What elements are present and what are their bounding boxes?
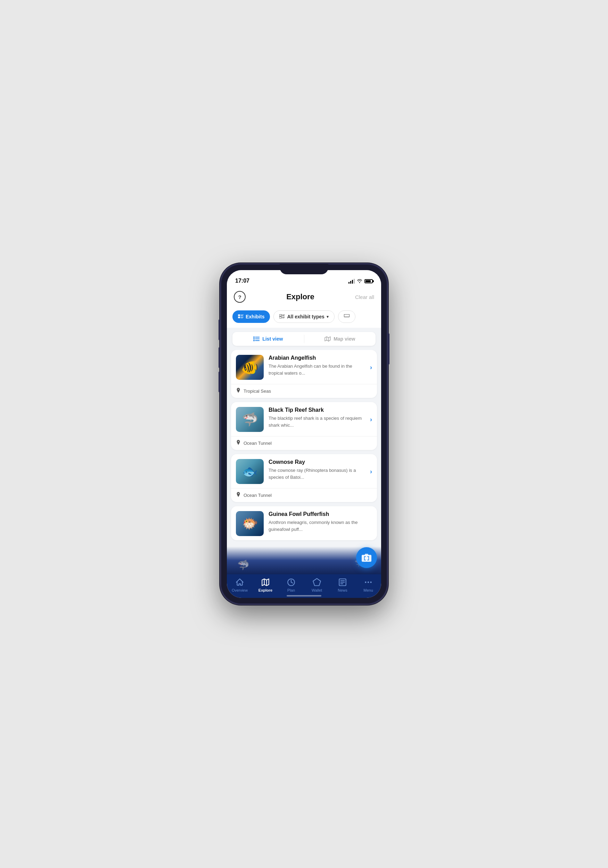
svg-rect-3 [238,316,240,318]
nav-label-wallet: Wallet [312,588,322,592]
card-main: Cownose Ray The cownose ray (Rhinoptera … [231,454,377,488]
bottom-nav: Overview Explore Plan [227,574,381,598]
svg-rect-5 [241,318,243,318]
app-header: ? Explore Clear all [227,287,381,308]
card-arrow-icon: › [370,364,372,371]
exhibits-chip-icon [238,314,244,319]
nav-item-overview[interactable]: Overview [227,578,253,592]
card-footer: Ocean Tunnel [231,436,377,450]
exhibit-location: Tropical Seas [244,389,271,394]
phone-frame: 17:07 [221,264,387,604]
svg-rect-34 [368,558,369,560]
svg-rect-26 [362,556,364,557]
filter-chip-exhibit-types[interactable]: All exhibit types ▾ [274,310,334,323]
nav-label-news: News [338,588,347,592]
list-view-label: List view [262,336,283,342]
card-footer: Tropical Seas [231,384,377,398]
nav-item-plan[interactable]: Plan [278,578,304,592]
svg-rect-19 [253,340,255,341]
location-pin-icon [236,388,241,394]
menu-dots-icon [364,578,373,587]
svg-rect-25 [365,554,368,555]
filter-chip-exhibits[interactable]: Exhibits [232,310,270,323]
page-title: Explore [286,292,314,301]
svg-rect-6 [279,314,281,316]
other-chip-icon [344,314,350,319]
content-area: Arabian Angelfish The Arabian Angelfish … [227,350,381,574]
card-main: Guinea Fowl Pufferfish Arothron meleagri… [231,506,377,540]
card-main: Black Tip Reef Shark The blacktip reef s… [231,402,377,436]
svg-rect-1 [241,315,244,315]
exhibit-description: Arothron meleagris, commonly known as th… [269,519,372,533]
svg-point-45 [370,581,372,583]
nav-item-explore[interactable]: Explore [253,578,278,592]
exhibit-description: The Arabian Angelfish can be found in th… [269,363,364,377]
exhibit-location: Ocean Tunnel [244,493,272,498]
location-pin-icon [236,492,241,499]
svg-rect-12 [344,314,349,317]
guinea-fowl-pufferfish-image [236,511,264,536]
exhibit-card-arabian-angelfish[interactable]: Arabian Angelfish The Arabian Angelfish … [231,350,377,398]
exhibits-chip-label: Exhibits [246,314,264,319]
dropdown-arrow-icon: ▾ [327,315,329,319]
svg-rect-9 [279,316,281,318]
nav-item-menu[interactable]: Menu [355,578,381,592]
notch [280,264,328,274]
phone-wrapper: 17:07 [214,252,394,616]
nav-label-overview: Overview [232,588,248,592]
card-main: Arabian Angelfish The Arabian Angelfish … [231,350,377,384]
camera-fab-button[interactable] [356,547,377,568]
svg-rect-2 [241,315,243,316]
clear-all-button[interactable]: Clear all [355,294,374,300]
map-view-label: Map view [334,336,355,342]
news-icon [338,578,347,587]
svg-rect-7 [282,315,285,315]
exhibit-name: Cownose Ray [269,459,364,465]
explore-map-icon [261,578,270,587]
nav-item-wallet[interactable]: Wallet [304,578,330,592]
exhibit-card-black-tip-reef-shark[interactable]: Black Tip Reef Shark The blacktip reef s… [231,402,377,450]
nav-label-plan: Plan [287,588,295,592]
card-info: Guinea Fowl Pufferfish Arothron meleagri… [269,511,372,533]
exhibit-types-icon [279,314,285,319]
svg-rect-13 [344,314,349,317]
exhibit-card-cownose-ray[interactable]: Cownose Ray The cownose ray (Rhinoptera … [231,454,377,502]
map-view-button[interactable]: Map view [304,332,376,346]
nav-label-explore: Explore [258,588,272,592]
exhibit-name: Black Tip Reef Shark [269,407,364,413]
svg-rect-28 [364,556,365,558]
location-pin-icon [236,440,241,446]
card-info: Cownose Ray The cownose ray (Rhinoptera … [269,459,364,480]
black-tip-reef-shark-image [236,407,264,432]
help-button[interactable]: ? [234,291,246,303]
filter-chip-other[interactable] [338,310,355,323]
svg-rect-32 [364,558,365,560]
status-icons [348,279,373,285]
battery-icon [364,279,373,283]
filter-bar: Exhibits All exhibit types [227,308,381,328]
svg-rect-18 [253,338,255,339]
list-view-button[interactable]: List view [232,332,304,346]
home-indicator [287,595,321,597]
svg-point-44 [368,581,369,583]
exhibit-location: Ocean Tunnel [244,440,272,446]
svg-rect-17 [253,337,255,338]
clock-icon [287,578,295,587]
camera-icon [361,552,372,563]
svg-marker-38 [313,578,321,586]
card-arrow-icon: › [370,416,372,423]
exhibit-card-guinea-fowl-pufferfish[interactable]: Guinea Fowl Pufferfish Arothron meleagri… [231,506,377,540]
svg-rect-11 [282,318,284,318]
svg-rect-8 [282,315,284,316]
exhibit-types-label: All exhibit types [287,314,324,319]
exhibit-description: The cownose ray (Rhinoptera bonasus) is … [269,467,364,480]
svg-point-43 [365,581,366,583]
arabian-angelfish-image [236,355,264,380]
phone-screen: 17:07 [227,270,381,598]
card-info: Arabian Angelfish The Arabian Angelfish … [269,355,364,377]
nav-item-news[interactable]: News [330,578,355,592]
view-toggle: List view Map view [232,332,376,346]
svg-rect-30 [368,556,369,558]
card-footer: Ocean Tunnel [231,488,377,502]
exhibit-name: Guinea Fowl Pufferfish [269,511,372,517]
